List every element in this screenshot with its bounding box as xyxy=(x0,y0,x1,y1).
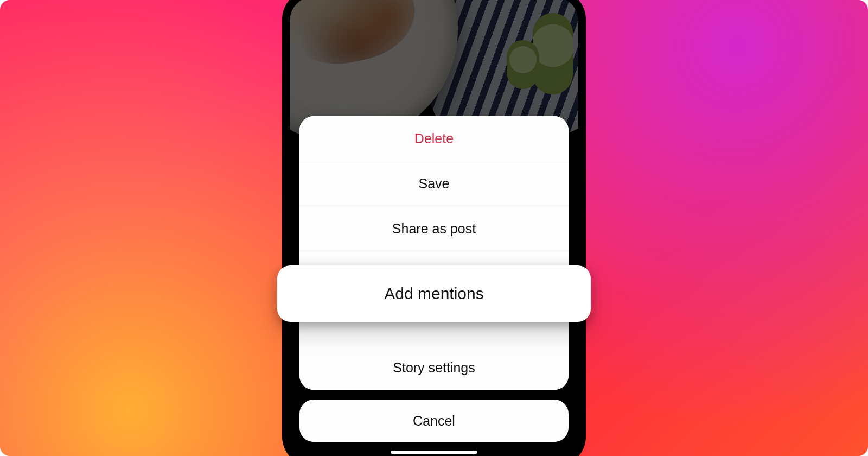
action-save-label: Save xyxy=(419,176,450,192)
home-indicator xyxy=(391,451,477,454)
action-delete[interactable]: Delete xyxy=(299,116,569,161)
cancel-button[interactable]: Cancel xyxy=(299,400,569,442)
action-sheet: Delete Save Share as post Send to… Story… xyxy=(299,116,569,390)
cancel-button-label: Cancel xyxy=(413,413,455,429)
action-story-settings[interactable]: Story settings xyxy=(299,345,569,390)
add-mentions-callout[interactable]: Add mentions xyxy=(277,265,591,322)
action-share-as-post-label: Share as post xyxy=(392,221,476,237)
action-share-as-post[interactable]: Share as post xyxy=(299,206,569,251)
action-delete-label: Delete xyxy=(414,131,454,147)
action-save[interactable]: Save xyxy=(299,161,569,206)
phone-frame: Delete Save Share as post Send to… Story… xyxy=(282,0,586,456)
add-mentions-callout-label: Add mentions xyxy=(384,284,483,303)
action-story-settings-label: Story settings xyxy=(393,360,475,376)
promo-stage: Delete Save Share as post Send to… Story… xyxy=(0,0,868,456)
phone-screen: Delete Save Share as post Send to… Story… xyxy=(290,0,578,456)
